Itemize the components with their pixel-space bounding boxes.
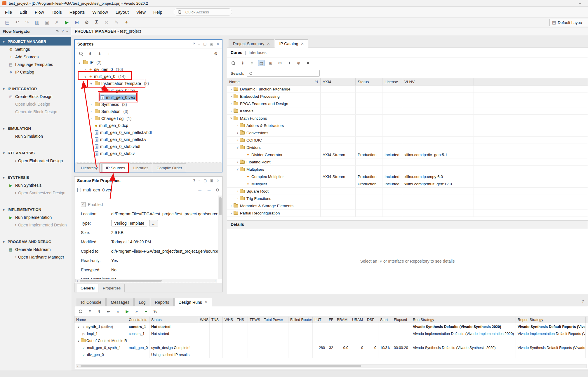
scrollbar-thumb[interactable] <box>81 365 361 367</box>
expander-closed-icon[interactable]: › <box>235 197 240 200</box>
sources-tree-item-mult-gen-0-sim-netlist-v[interactable]: mult_gen_0_sim_netlist.v <box>75 136 222 143</box>
flow-item-run-synthesis[interactable]: ▶Run Synthesis <box>0 181 71 189</box>
runs-column-name[interactable]: Name <box>74 317 127 323</box>
wand-icon-button[interactable]: ✦ <box>122 19 131 26</box>
flow-item-language-templates[interactable]: ▤Language Templates <box>0 61 71 68</box>
scroll-left-icon[interactable]: ‹ <box>76 364 79 368</box>
tab-design-runs[interactable]: Design Runs✕ <box>174 298 212 306</box>
expander-closed-icon[interactable]: › <box>83 68 88 71</box>
runs-column-ths[interactable]: THS <box>235 317 248 323</box>
tab-log[interactable]: Log <box>134 298 150 306</box>
catalog-column-license[interactable]: License <box>382 78 402 85</box>
flow-section-header-simulation[interactable]: ∨SIMULATION <box>0 124 71 132</box>
runs-column-bram[interactable]: BRAM <box>335 317 350 323</box>
type-combo[interactable]: Verilog Template <box>111 220 147 226</box>
save-icon-button[interactable]: ▤ <box>3 19 12 26</box>
runs-column-start[interactable]: Start <box>378 317 392 323</box>
runs-row-synth-1[interactable]: ∨▷synth_1 (active)constrs_1Not startedVi… <box>74 323 588 330</box>
view-cores[interactable]: Cores <box>231 50 242 55</box>
catalog-row-square-root[interactable]: ›Square Root <box>227 188 588 195</box>
run-icon-button[interactable]: ▶ <box>124 308 131 315</box>
stop-icon-button[interactable]: ■ <box>305 60 311 66</box>
expander-open-icon[interactable]: ∨ <box>76 339 81 343</box>
runs-row-out-of-context-module-runs[interactable]: ∨Out-of-Context Module Runs <box>74 337 588 344</box>
runs-row-mult-gen-0-synth-1[interactable]: ✓mult_gen_0_synth_1mult_gen_0synth_desig… <box>74 344 588 351</box>
tab-properties[interactable]: Properties <box>99 284 125 292</box>
flow-item-run-simulation[interactable]: Run Simulation <box>0 132 71 140</box>
flow-item-open-implemented-design[interactable]: ›Open Implemented Design <box>0 221 71 229</box>
expander-open-icon[interactable]: ∨ <box>229 116 234 120</box>
delete-icon-button[interactable]: ✗ <box>53 19 61 26</box>
collapse-all-icon-button[interactable]: ⇞ <box>239 60 246 66</box>
catalog-row-multipliers[interactable]: ∨Multipliers <box>227 166 588 173</box>
back-icon[interactable]: ← <box>197 187 202 193</box>
sources-tree-item-div-gen-0[interactable]: ›✦div_gen_0(16) <box>75 66 222 73</box>
flow-section-header-program-and-debug[interactable]: ∨PROGRAM AND DEBUG <box>0 238 71 246</box>
menu-item-view[interactable]: View <box>133 7 149 18</box>
tab-hierarchy[interactable]: Hierarchy <box>77 163 102 172</box>
minimize-icon[interactable]: – <box>199 179 201 183</box>
expander-closed-icon[interactable]: › <box>229 109 234 113</box>
flow-section-header-ip-integrator[interactable]: ∨IP INTEGRATOR <box>0 85 71 93</box>
catalog-row-math-functions[interactable]: ∨Math Functions <box>227 115 588 122</box>
catalog-row-dividers[interactable]: ∨Dividers <box>227 144 588 151</box>
float-icon[interactable]: ▣ <box>210 179 213 183</box>
flow-item-generate-bitstream[interactable]: ▦Generate Bitstream <box>0 246 71 253</box>
add-sources-icon-button[interactable]: + <box>106 50 112 57</box>
runs-column-tns[interactable]: TNS <box>210 317 223 323</box>
report-icon-button[interactable]: ▥ <box>33 19 41 26</box>
catalog-row-complex-multiplier[interactable]: ✦Complex MultiplierAXI4-StreamProduction… <box>227 173 588 180</box>
flow-item-open-block-design[interactable]: Open Block Design <box>0 100 71 108</box>
catalog-row-adders-subtracters[interactable]: ›Adders & Subtracters <box>227 122 588 129</box>
runs-column-constraints[interactable]: Constraints <box>127 317 149 323</box>
expander-closed-icon[interactable]: › <box>235 131 240 135</box>
sources-tree-item-mult-gen-0-sim-netlist-vhdl[interactable]: mult_gen_0_sim_netlist.vhdl <box>75 129 222 136</box>
vertical-scrollbar[interactable] <box>218 196 222 279</box>
tab-general[interactable]: General <box>77 284 98 292</box>
runs-column-lut[interactable]: LUT <box>313 317 327 323</box>
expander-open-icon[interactable]: ∨ <box>83 75 88 78</box>
runs-column-tpws[interactable]: TPWS <box>248 317 262 323</box>
catalog-search-input[interactable] <box>247 70 320 77</box>
minimize-icon[interactable]: – <box>66 29 68 33</box>
runs-column-dsp[interactable]: DSP <box>365 317 378 323</box>
catalog-column-vlnv[interactable]: VLNV <box>402 78 474 85</box>
catalog-row-dynamic-function-exchange[interactable]: ›Dynamic Function eXchange <box>227 85 588 93</box>
step-forward-icon-button[interactable]: » <box>133 308 140 315</box>
redo-icon-button[interactable]: ↷ <box>23 19 32 26</box>
flow-item-create-block-design[interactable]: ⊞Create Block Design <box>0 93 71 100</box>
runs-column-uram[interactable]: URAM <box>350 317 365 323</box>
expander-closed-icon[interactable]: › <box>229 102 234 105</box>
collapse-all-icon-button[interactable]: ⇞ <box>87 50 93 57</box>
close-icon[interactable]: ✕ <box>205 300 208 304</box>
sources-tree-item-mult-gen-0-dcp[interactable]: ◆mult_gen_0.dcp <box>75 122 222 129</box>
float-icon[interactable]: ▣ <box>210 42 213 46</box>
runs-row-impl-1[interactable]: ▷impl_1constrs_1Not startedVivado Implem… <box>74 330 588 337</box>
search-icon-button[interactable] <box>77 308 84 315</box>
sources-tree-item-change-log[interactable]: ›Change Log(1) <box>75 115 222 122</box>
menu-item-file[interactable]: File <box>1 7 16 18</box>
runs-column-status[interactable]: Status <box>149 317 198 323</box>
search-icon-button[interactable] <box>78 50 84 57</box>
catalog-row-cordic[interactable]: ›CORDIC <box>227 137 588 144</box>
menu-item-help[interactable]: Help <box>149 7 166 18</box>
catalog-row-embedded-processing[interactable]: ›Embedded Processing <box>227 93 588 100</box>
help-icon[interactable]: ? <box>193 42 195 46</box>
catalog-row-divider-generator[interactable]: ✦Divider GeneratorAXI4-StreamProductionI… <box>227 151 588 158</box>
sum-icon-button[interactable]: Σ <box>92 19 101 26</box>
forward-icon[interactable]: → <box>206 187 211 193</box>
sources-tree-item-mult-gen-0-vho[interactable]: mult_gen_0.vho <box>75 87 222 94</box>
expand-all-icon-button[interactable]: ⇟ <box>96 308 102 315</box>
runs-column-ff[interactable]: FF <box>327 317 335 323</box>
settings-gear-icon-button[interactable]: ⚙ <box>82 19 91 26</box>
expander-closed-icon[interactable]: › <box>89 117 93 120</box>
horizontal-scrollbar[interactable]: ‹ <box>76 364 587 368</box>
runs-column-run-strategy[interactable]: Run Strategy <box>411 317 516 323</box>
tab-compile-order[interactable]: Compile Order <box>153 163 186 172</box>
quick-access-search[interactable]: Quick Access <box>174 8 232 15</box>
close-icon[interactable]: ✕ <box>216 42 219 46</box>
tab-messages[interactable]: Messages <box>106 298 134 306</box>
runs-row-div-gen-0[interactable]: ✓div_gen_0Using cached IP results <box>74 351 588 358</box>
flow-section-header-rtl-analysis[interactable]: ∨RTL ANALYSIS <box>0 149 71 157</box>
sources-tree-item-mult-gen-0-stub-vhdl[interactable]: mult_gen_0_stub.vhdl <box>75 143 222 150</box>
